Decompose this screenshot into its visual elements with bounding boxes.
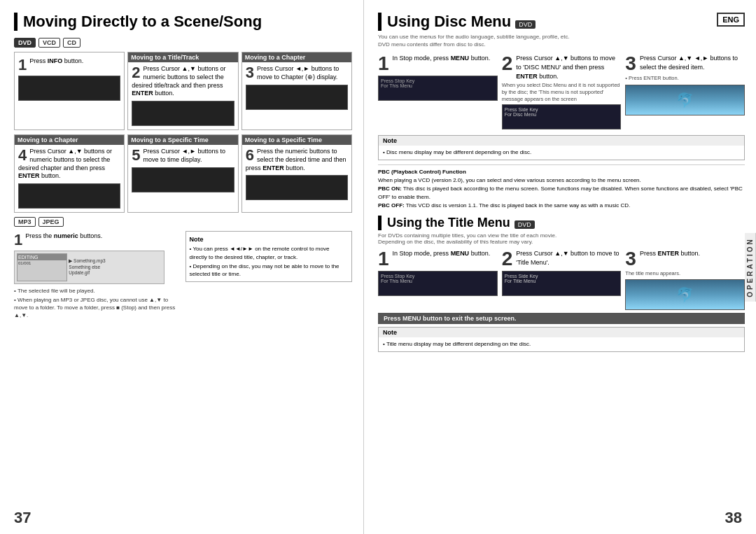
step-3-text: Press Cursor ◄,► buttons to move to Chap… — [246, 65, 348, 81]
step-3-header: Moving to a Chapter — [242, 52, 351, 62]
title-menu-title: Using the Title Menu — [378, 216, 510, 230]
disc-note-content: • Disc menu display may be different dep… — [379, 146, 744, 160]
title-step-1-num: 1 — [378, 249, 389, 269]
mp3-step-text: Press the numeric buttons. — [14, 232, 181, 241]
mp3-section: 1 Press the numeric buttons. EDITING 01/… — [14, 231, 352, 321]
format-tags-2: MP3 JPEG — [14, 217, 352, 227]
title-step-2: 2 Press Cursor ▲,▼ button to move to 'Ti… — [502, 249, 622, 310]
operation-label: OPERATION — [745, 233, 756, 302]
disc-step-1-screen: Press Stop KeyFor This Menu — [378, 76, 498, 101]
mp3-tag: MP3 — [14, 217, 36, 227]
title-step-2-num: 2 — [502, 249, 513, 269]
title-step-1-text: In Stop mode, press MENU button. — [378, 249, 498, 258]
pbc-text: When playing a VCD (version 2.0), you ca… — [378, 177, 641, 183]
step-4-cell: Moving to a Chapter 4 Press Cursor ▲,▼ b… — [14, 134, 125, 213]
title-step-2-screen: Press Side KeyFor Title Menu — [502, 271, 622, 296]
title-menu-title-row: Using the Title Menu DVD — [378, 216, 745, 230]
pbc-section: PBC (Playback Control) Function When pla… — [378, 164, 745, 210]
title-note-content: • Title menu display may be different de… — [379, 337, 744, 351]
eng-badge: ENG — [717, 13, 745, 27]
disc-step-2-note: When you select Disc Menu and it is not … — [502, 82, 622, 102]
disc-step-2-content: 2 Press Cursor ▲,▼ buttons to move to 'D… — [502, 54, 622, 80]
step-5-number: 5 — [132, 148, 140, 163]
mp3-left: 1 Press the numeric buttons. EDITING 01/… — [14, 231, 181, 321]
disc-step-3-content: 3 Press Cursor ▲,▼ ◄,► buttons to select… — [625, 54, 745, 73]
disc-menu-steps: 1 In Stop mode, press MENU button. Press… — [378, 54, 745, 129]
step-2-header: Moving to a Title/Track — [128, 52, 237, 62]
step-5-screen — [132, 167, 234, 192]
title-step-3-note: The title menu appears. — [625, 270, 745, 276]
note-label: Note — [190, 235, 349, 244]
right-page: ENG Using Disc Menu DVD You can use the … — [364, 0, 756, 534]
disc-note-header: Note — [379, 136, 744, 146]
dolphin-icon-2: 🐬 — [676, 286, 694, 303]
disc-step-1-num: 1 — [378, 54, 389, 73]
disc-menu-title-row: Using Disc Menu DVD — [378, 13, 745, 31]
title-menu-note-section: Note • Title menu display may be differe… — [378, 327, 745, 352]
title-step-1-content: 1 In Stop mode, press MENU button. — [378, 249, 498, 269]
vcd-tag: VCD — [38, 38, 60, 48]
mp3-bullet-notes: • The selected file will be played. • Wh… — [14, 287, 181, 320]
title-menu-steps: 1 In Stop mode, press MENU button. Press… — [378, 249, 745, 310]
step-2-number: 2 — [132, 65, 140, 80]
step-1-text: Press INFO button. — [18, 57, 120, 66]
left-page-number: 37 — [14, 509, 31, 527]
disc-step-1-content: 1 In Stop mode, press MENU button. — [378, 54, 498, 73]
title-menu-subtitle: For DVDs containing multiple titles, you… — [378, 232, 745, 245]
jpeg-tag: JPEG — [38, 217, 64, 227]
disc-step-2-text: Press Cursor ▲,▼ buttons to move to 'DIS… — [502, 54, 622, 80]
step-6-text: Press the numeric buttons to select the … — [246, 148, 348, 172]
left-page-title: Moving Directly to a Scene/Song — [14, 13, 352, 31]
title-step-3-num: 3 — [625, 249, 636, 269]
mp3-step-number: 1 — [14, 232, 22, 248]
disc-step-3: 3 Press Cursor ▲,▼ ◄,► buttons to select… — [625, 54, 745, 129]
press-menu-bar: Press MENU button to exit the setup scre… — [378, 313, 745, 324]
disc-menu-subtitle: You can use the menus for the audio lang… — [378, 33, 745, 48]
step-5-text: Press Cursor ◄,► buttons to move to time… — [132, 148, 234, 164]
mp3-screen: EDITING 01/001 ▶ Something.mp3 Something… — [14, 251, 164, 284]
disc-step-2-num: 2 — [502, 54, 513, 73]
step-2-text: Press Cursor ▲,▼ buttons or numeric butt… — [132, 65, 234, 98]
left-page: Moving Directly to a Scene/Song DVD VCD … — [0, 0, 364, 534]
title-step-3-content: 3 Press ENTER button. — [625, 249, 745, 269]
step-1-number: 1 — [18, 57, 27, 73]
format-tags: DVD VCD CD — [14, 38, 352, 48]
title-menu-dvd-badge: DVD — [514, 220, 535, 229]
step-4-text: Press Cursor ▲,▼ buttons or numeric butt… — [18, 148, 120, 181]
section-grid-2: Moving to a Chapter 4 Press Cursor ▲,▼ b… — [14, 134, 352, 213]
mp3-note-area: Note • You can press ◄◄/►► on the remote… — [186, 231, 353, 321]
step-3-number: 3 — [246, 65, 254, 80]
disc-step-3-note: • Press ENTER button. — [625, 75, 745, 82]
disc-step-3-screen: 🐬 — [625, 85, 745, 115]
pbc-on-text: This disc is played back according to th… — [378, 185, 743, 200]
title-step-3-text: Press ENTER button. — [625, 249, 745, 258]
title-step-1: 1 In Stop mode, press MENU button. Press… — [378, 249, 498, 310]
dolphin-icon: 🐬 — [676, 92, 694, 108]
title-menu-section: Using the Title Menu DVD For DVDs contai… — [378, 216, 745, 352]
dvd-tag: DVD — [14, 38, 36, 48]
step-6-header: Moving to a Specific Time — [242, 135, 351, 145]
disc-step-2: 2 Press Cursor ▲,▼ buttons to move to 'D… — [502, 54, 622, 129]
disc-menu-note-section: Note • Disc menu display may be differen… — [378, 135, 745, 160]
title-note-text: Title menu display may be different depe… — [386, 341, 531, 347]
step-2-screen — [132, 101, 234, 126]
cd-tag: CD — [63, 38, 80, 48]
step-3-screen — [246, 85, 348, 110]
disc-step-3-text: Press Cursor ▲,▼ ◄,► buttons to select t… — [625, 54, 745, 71]
disc-step-3-num: 3 — [625, 54, 636, 73]
step-1-screen — [18, 76, 120, 101]
disc-step-1-text: In Stop mode, press MENU button. — [378, 54, 498, 63]
step-1-cell: 1 Press INFO button. — [14, 52, 125, 130]
step-6-cell: Moving to a Specific Time 6 Press the nu… — [241, 134, 352, 213]
step-6-screen — [246, 175, 348, 200]
step-6-number: 6 — [246, 148, 254, 163]
step-4-header: Moving to a Chapter — [15, 135, 124, 145]
section-grid-1: 1 Press INFO button. Moving to a Title/T… — [14, 52, 352, 130]
disc-step-1: 1 In Stop mode, press MENU button. Press… — [378, 54, 498, 129]
step-4-screen — [18, 183, 120, 209]
title-step-2-text: Press Cursor ▲,▼ button to move to 'Titl… — [502, 249, 622, 267]
disc-menu-title: Using Disc Menu — [378, 13, 511, 31]
disc-menu-dvd-badge: DVD — [515, 20, 536, 29]
right-page-number: 38 — [725, 509, 742, 527]
pbc-title: PBC (Playback Control) Function — [378, 169, 466, 175]
